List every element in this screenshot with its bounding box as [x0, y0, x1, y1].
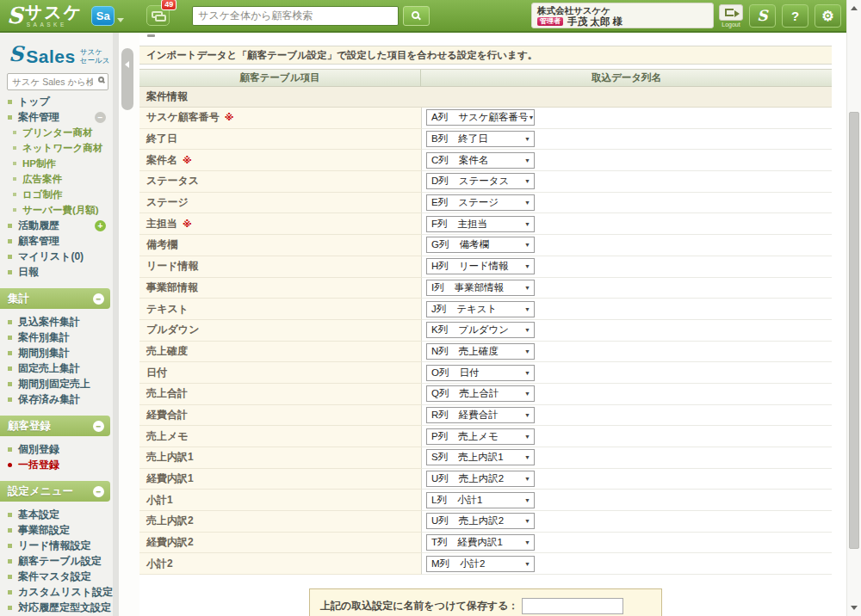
- bullet-icon: [8, 397, 12, 402]
- field-label-cell: 日付: [139, 362, 421, 384]
- scrollbar-thumb[interactable]: [849, 112, 859, 549]
- sidebar-item[interactable]: 固定売上集計: [0, 360, 113, 376]
- field-label-cell: 終了日: [139, 129, 421, 151]
- app-logo[interactable]: サスケ SAASKE: [7, 3, 83, 28]
- sidebar-item[interactable]: 案件別集計: [0, 330, 113, 345]
- import-column-cell: K列プルダウン▼: [421, 320, 832, 342]
- import-column-select[interactable]: L列小計1▼: [426, 492, 535, 508]
- app-logo-subtext: SAASKE: [25, 22, 83, 28]
- import-column-select[interactable]: R列経費合計▼: [426, 407, 535, 423]
- sidebar-section-header[interactable]: 顧客登録−: [0, 416, 110, 436]
- bullet-icon: [8, 606, 12, 610]
- collapse-minus-icon[interactable]: −: [93, 421, 104, 432]
- sidebar-search-input[interactable]: [7, 73, 108, 90]
- help-button[interactable]: ?: [782, 4, 808, 28]
- import-column-select[interactable]: F列主担当▼: [426, 216, 535, 232]
- sidebar-item[interactable]: 保存済み集計: [0, 391, 113, 407]
- sidebar-item[interactable]: 案件管理−: [0, 109, 113, 125]
- sidebar-item[interactable]: ネットワーク商材: [0, 140, 113, 156]
- save-name-input[interactable]: [522, 598, 623, 614]
- sidebar-item[interactable]: 見込案件集計: [0, 314, 113, 330]
- sidebar-scrollbar[interactable]: [113, 33, 119, 616]
- select-column-name: リード情報: [459, 260, 509, 273]
- import-column-select[interactable]: M列小計2▼: [426, 556, 535, 572]
- sidebar-item[interactable]: 個別登録: [0, 441, 113, 457]
- import-column-select[interactable]: U列売上内訳2▼: [426, 513, 535, 529]
- field-label: 事業部情報: [146, 280, 198, 295]
- collapse-minus-icon[interactable]: −: [93, 486, 104, 497]
- sidebar-item[interactable]: ロゴ制作: [0, 187, 113, 202]
- import-column-select[interactable]: S列売上内訳1▼: [426, 449, 535, 465]
- sales-logo[interactable]: Sales サスケ セールス: [0, 33, 113, 68]
- chevron-down-icon: ▼: [524, 476, 530, 482]
- sidebar-item[interactable]: 事業部設定: [0, 522, 113, 538]
- select-column-name: 主担当: [458, 218, 488, 231]
- sidebar-item[interactable]: カスタムリスト設定: [0, 584, 113, 600]
- app-switcher-badge[interactable]: Sa: [91, 6, 115, 26]
- sidebar-item[interactable]: 案件マスタ設定: [0, 569, 113, 584]
- sidebar-item[interactable]: HP制作: [0, 156, 113, 171]
- field-label: 経費内訳2: [146, 535, 194, 550]
- sidebar-item[interactable]: 顧客テーブル設定: [0, 553, 113, 569]
- import-column-select[interactable]: A列サスケ顧客番号▼: [426, 109, 535, 126]
- import-column-select[interactable]: Q列売上合計▼: [426, 385, 535, 402]
- import-column-select[interactable]: K列プルダウン▼: [426, 322, 535, 338]
- import-column-select[interactable]: B列終了日▼: [426, 131, 535, 147]
- select-column-letter: O列: [431, 367, 449, 379]
- sidebar-item[interactable]: マイリスト(0): [0, 249, 113, 264]
- global-search-button[interactable]: [403, 6, 430, 26]
- sidebar-item[interactable]: トップ: [0, 94, 113, 109]
- bullet-icon: [8, 351, 12, 355]
- sidebar-item[interactable]: 期間別固定売上: [0, 376, 113, 391]
- import-column-select[interactable]: G列備考欄▼: [426, 237, 535, 253]
- required-mark: ※: [183, 155, 192, 166]
- field-label-cell: 売上確度: [139, 342, 421, 363]
- mapping-row: 日付O列日付▼: [139, 362, 832, 384]
- sidebar-item[interactable]: 活動履歴+: [0, 218, 113, 233]
- mapping-row: プルダウンK列プルダウン▼: [139, 320, 832, 342]
- mapping-row: 主担当※F列主担当▼: [139, 213, 832, 235]
- mapping-row: テキストJ列テキスト▼: [139, 299, 832, 320]
- sidebar-section-header[interactable]: 集計−: [0, 288, 110, 309]
- scroll-down-icon[interactable]: [851, 606, 858, 610]
- sidebar-item-label: 顧客管理: [18, 234, 59, 249]
- import-column-select[interactable]: J列テキスト▼: [426, 301, 535, 317]
- select-column-name: 日付: [459, 367, 479, 379]
- sidebar-item[interactable]: 一括登録: [0, 457, 113, 472]
- sidebar-collapse-handle[interactable]: [121, 48, 133, 110]
- import-column-select[interactable]: D列ステータス▼: [426, 173, 535, 189]
- messages-button[interactable]: 49: [146, 5, 170, 26]
- sidebar-item[interactable]: 期間別集計: [0, 345, 113, 360]
- scroll-up-icon[interactable]: [851, 6, 858, 10]
- sidebar-item[interactable]: 顧客管理: [0, 233, 113, 249]
- import-column-select[interactable]: C列案件名▼: [426, 152, 535, 169]
- sidebar-item[interactable]: サーバー費(月額): [0, 202, 113, 218]
- expand-plus-icon[interactable]: +: [95, 220, 106, 231]
- mapping-row: 案件名※C列案件名▼: [139, 150, 832, 171]
- import-column-select[interactable]: P列売上メモ▼: [426, 428, 535, 445]
- import-column-select[interactable]: I列事業部情報▼: [426, 280, 535, 296]
- import-column-select[interactable]: N列売上確度▼: [426, 343, 535, 360]
- settings-button[interactable]: [815, 4, 841, 28]
- logout-button[interactable]: Logout: [719, 4, 743, 28]
- sidebar-section-header[interactable]: 設定メニュー−: [0, 481, 110, 502]
- page-scrollbar[interactable]: [846, 0, 861, 616]
- sidebar-item[interactable]: 対応履歴定型文設定: [0, 600, 113, 615]
- import-column-select[interactable]: U列売上内訳2▼: [426, 471, 535, 487]
- sidebar-item[interactable]: 日報: [0, 264, 113, 280]
- mapping-row: リード情報H列リード情報▼: [139, 256, 832, 278]
- collapse-minus-icon[interactable]: −: [93, 293, 104, 305]
- import-column-cell: D列ステータス▼: [421, 171, 832, 193]
- sidebar-item[interactable]: リード情報設定: [0, 538, 113, 553]
- collapse-minus-icon[interactable]: −: [95, 112, 106, 123]
- import-column-select[interactable]: O列日付▼: [426, 365, 535, 381]
- global-search-input[interactable]: [192, 6, 399, 26]
- import-column-select[interactable]: E列ステージ▼: [426, 194, 535, 211]
- sidebar-item[interactable]: 広告案件: [0, 171, 113, 187]
- sasuke-home-button[interactable]: [749, 4, 776, 28]
- sidebar-item[interactable]: プリンター商材: [0, 125, 113, 140]
- import-column-select[interactable]: H列リード情報▼: [426, 258, 535, 274]
- chevron-down-icon[interactable]: [117, 18, 124, 22]
- sidebar-item[interactable]: 基本設定: [0, 507, 113, 522]
- import-column-select[interactable]: T列経費内訳1▼: [426, 534, 535, 551]
